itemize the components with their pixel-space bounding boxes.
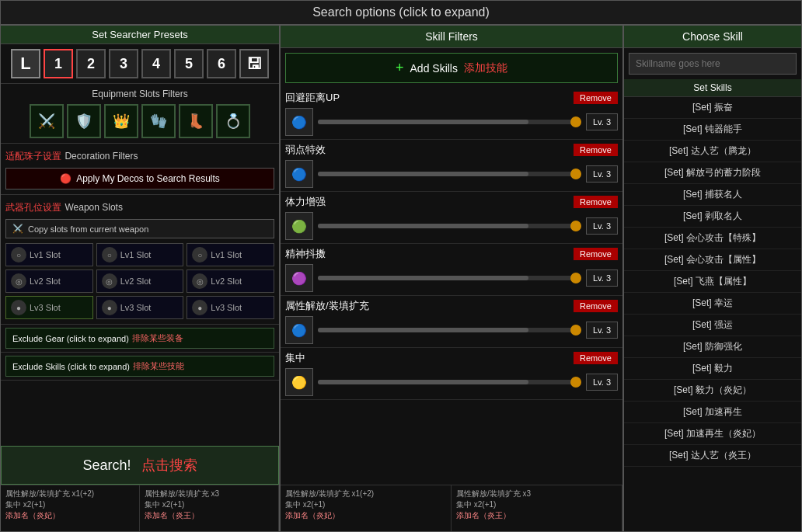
skill-slider-0[interactable] [318, 120, 581, 124]
apply-decos-label: Apply My Decos to Search Results [76, 173, 220, 184]
lv2-slot-0[interactable]: ◎ Lv2 Slot [5, 269, 93, 293]
set-skill-16[interactable]: [Set] 达人艺（炎王） [624, 445, 801, 467]
skill-search-input[interactable] [629, 53, 797, 75]
skill-filter-header-5: 集中 Remove [285, 351, 618, 365]
middle-panel: Skill Filters + Add Skills 添加技能 回避距离UP R… [280, 25, 623, 532]
preset-btn-2[interactable]: 2 [76, 49, 106, 78]
skill-level-0[interactable]: Lv. 3 [586, 113, 618, 130]
remove-skill-2[interactable]: Remove [574, 196, 618, 208]
set-skill-3[interactable]: [Set] 解放弓的蓄力阶段 [624, 162, 801, 184]
exclude-skills-cn: 排除某些技能 [133, 360, 184, 372]
exclude-gear-section: Exclude Gear (click to expand) 排除某些装备 [1, 325, 279, 353]
presets-header: Set Searcher Presets [1, 26, 279, 44]
search-section: Search! 点击搜索 [1, 446, 279, 485]
preset-btn-6[interactable]: 6 [207, 49, 236, 78]
skill-filter-5: 集中 Remove 🟡 Lv. 3 [281, 348, 622, 400]
search-button[interactable]: Search! 点击搜索 [1, 446, 279, 485]
slot-grid: ○ Lv1 Slot ○ Lv1 Slot ○ Lv1 Slot ◎ Lv2 S… [5, 243, 274, 319]
slot-icon: ● [11, 300, 26, 315]
exclude-gear-cn: 排除某些装备 [132, 332, 183, 344]
weapon-title: 武器孔位设置 Weapon Slots [5, 200, 274, 214]
equip-slot-1[interactable]: 🛡️ [67, 104, 101, 138]
apply-decos-button[interactable]: 🔴 Apply My Decos to Search Results [5, 168, 274, 190]
slot-icon: ○ [11, 247, 26, 263]
set-skill-1[interactable]: [Set] 钝器能手 [624, 119, 801, 141]
skill-level-4[interactable]: Lv. 3 [586, 322, 618, 339]
skill-level-2[interactable]: Lv. 3 [586, 217, 618, 235]
equip-slot-5[interactable]: 💍 [216, 104, 250, 138]
weapon-section: 武器孔位设置 Weapon Slots ⚔️ Copy slots from c… [1, 195, 279, 325]
skill-name-3: 精神抖擞 [285, 247, 326, 261]
skill-slider-2[interactable] [318, 224, 581, 228]
result-item-0: 属性解放/装填扩充 x1(+2) 集中 x2(+1) 添加名（炎妃） [1, 485, 140, 531]
set-skill-4[interactable]: [Set] 捕获名人 [624, 184, 801, 206]
lv1-slot-2[interactable]: ○ Lv1 Slot [187, 243, 274, 266]
preset-btn-3[interactable]: 3 [109, 49, 138, 78]
set-skill-2[interactable]: [Set] 达人艺（腾龙） [624, 141, 801, 162]
set-skill-7[interactable]: [Set] 会心攻击【属性】 [624, 249, 801, 271]
search-options-header[interactable]: Search options (click to expand) [0, 0, 802, 25]
exclude-skills-button[interactable]: Exclude Skills (click to expand) 排除某些技能 [5, 356, 274, 377]
set-skill-11[interactable]: [Set] 防御强化 [624, 336, 801, 358]
set-skill-9[interactable]: [Set] 幸运 [624, 293, 801, 315]
equip-slot-4[interactable]: 👢 [179, 104, 213, 138]
slot-icon: ◎ [11, 273, 26, 289]
choose-skill-header: Choose Skill [624, 26, 801, 48]
skill-filter-header-1: 弱点特效 Remove [285, 143, 618, 157]
set-skills-header: Set Skills [624, 79, 801, 97]
remove-skill-5[interactable]: Remove [574, 352, 618, 364]
preset-btn-1[interactable]: 1 [44, 49, 73, 78]
exclude-gear-button[interactable]: Exclude Gear (click to expand) 排除某些装备 [5, 328, 274, 349]
remove-skill-0[interactable]: Remove [574, 92, 618, 104]
set-skill-15[interactable]: [Set] 加速再生（炎妃） [624, 423, 801, 445]
set-skill-6[interactable]: [Set] 会心攻击【特殊】 [624, 228, 801, 249]
lv3-slot-0[interactable]: ● Lv3 Slot [5, 296, 93, 319]
skill-slider-4[interactable] [318, 328, 581, 332]
middle-result-0: 属性解放/装填扩充 x1(+2) 集中 x2(+1) 添加名（炎妃） [281, 485, 452, 531]
equip-slot-3[interactable]: 🧤 [141, 104, 176, 138]
lv3-slot-2[interactable]: ● Lv3 Slot [187, 296, 274, 319]
deco-title-en: Decoration Filters [65, 151, 138, 162]
set-skill-5[interactable]: [Set] 剥取名人 [624, 206, 801, 228]
preset-btn-L[interactable]: L [11, 49, 40, 78]
exclude-gear-label: Exclude Gear (click to expand) [12, 334, 129, 343]
lv2-slot-1[interactable]: ◎ Lv2 Slot [96, 269, 184, 293]
lv2-slot-2[interactable]: ◎ Lv2 Slot [187, 269, 274, 293]
slot-icon: ◎ [192, 273, 207, 289]
skill-slider-3[interactable] [318, 276, 581, 280]
set-skill-13[interactable]: [Set] 毅力（炎妃） [624, 380, 801, 402]
lv1-slot-0[interactable]: ○ Lv1 Slot [5, 243, 93, 266]
preset-btn-4[interactable]: 4 [141, 49, 171, 78]
set-skill-8[interactable]: [Set] 飞燕【属性】 [624, 271, 801, 293]
set-skill-14[interactable]: [Set] 加速再生 [624, 402, 801, 423]
skill-level-5[interactable]: Lv. 3 [586, 374, 618, 391]
result-item-1: 属性解放/装填扩充 x3 集中 x2(+1) 添加名（炎王） [140, 485, 279, 531]
skill-level-3[interactable]: Lv. 3 [586, 269, 618, 287]
preset-btn-5[interactable]: 5 [174, 49, 204, 78]
equip-slot-0[interactable]: ⚔️ [30, 104, 64, 138]
lv3-slot-1[interactable]: ● Lv3 Slot [96, 296, 184, 319]
set-skill-0[interactable]: [Set] 振奋 [624, 97, 801, 119]
skill-filter-1: 弱点特效 Remove 🔵 Lv. 3 [281, 140, 622, 192]
skill-level-1[interactable]: Lv. 3 [586, 165, 618, 183]
remove-skill-4[interactable]: Remove [574, 300, 618, 312]
middle-result-1: 属性解放/装填扩充 x3 集中 x2(+1) 添加名（炎王） [452, 485, 622, 531]
lv1-slot-1[interactable]: ○ Lv1 Slot [96, 243, 184, 266]
skill-icon-1: 🔵 [285, 160, 313, 188]
preset-save-btn[interactable]: 🖫 [239, 49, 269, 78]
skill-slider-5[interactable] [318, 380, 581, 384]
skill-filter-0: 回避距离UP Remove 🔵 Lv. 3 [281, 88, 622, 140]
skill-list: [Set] 振奋 [Set] 钝器能手 [Set] 达人艺（腾龙） [Set] … [624, 97, 801, 531]
remove-skill-1[interactable]: Remove [574, 144, 618, 156]
skill-slider-1[interactable] [318, 172, 581, 176]
copy-weapon-button[interactable]: ⚔️ Copy slots from current weapon [5, 219, 274, 238]
equip-slot-2[interactable]: 👑 [104, 104, 138, 138]
skill-controls-0: 🔵 Lv. 3 [285, 108, 618, 136]
copy-weapon-label: Copy slots from current weapon [28, 224, 148, 234]
set-skill-12[interactable]: [Set] 毅力 [624, 358, 801, 380]
exclude-skills-label: Exclude Skills (click to expand) [12, 362, 130, 371]
search-label: Search! [82, 457, 131, 473]
set-skill-10[interactable]: [Set] 强运 [624, 315, 801, 336]
add-skills-button[interactable]: + Add Skills 添加技能 [285, 53, 618, 83]
remove-skill-3[interactable]: Remove [574, 248, 618, 260]
